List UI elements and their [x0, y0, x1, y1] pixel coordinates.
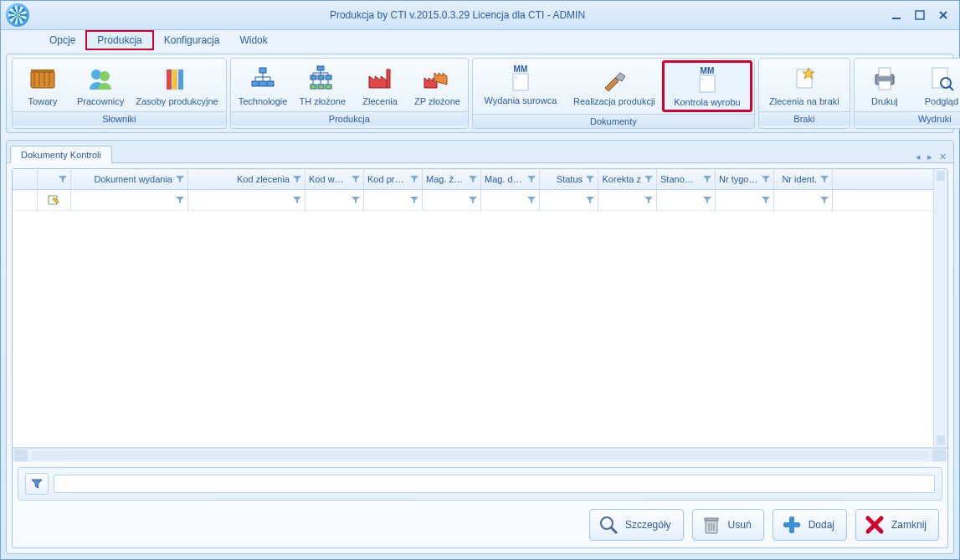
- svg-rect-32: [879, 68, 891, 76]
- filter-cell[interactable]: [657, 190, 716, 210]
- edit-row-icon[interactable]: [48, 194, 61, 206]
- filter-icon[interactable]: [293, 196, 301, 204]
- plus-icon: [782, 515, 802, 535]
- filter-icon[interactable]: [352, 175, 360, 183]
- data-grid[interactable]: Dokument wydaniaKod zleceniaKod wyro…Kod…: [13, 169, 933, 447]
- ribbon-technologie[interactable]: Technologie: [233, 60, 294, 110]
- grid-wrap: Dokument wydaniaKod zleceniaKod wyro…Kod…: [13, 169, 947, 448]
- svg-rect-16: [252, 81, 259, 86]
- filter-icon[interactable]: [352, 196, 360, 204]
- column-header[interactable]: Kod prac…: [364, 169, 423, 189]
- column-header[interactable]: Kod wyro…: [305, 169, 364, 189]
- column-label: Korekta z: [602, 174, 641, 184]
- column-header[interactable]: Korekta z: [598, 169, 657, 189]
- filter-icon[interactable]: [469, 196, 477, 204]
- filter-cell[interactable]: [423, 190, 481, 210]
- filter-icon[interactable]: [586, 196, 594, 204]
- vertical-scrollbar[interactable]: [933, 169, 947, 447]
- filter-icon[interactable]: [703, 175, 711, 183]
- menu-opcje[interactable]: Opcje: [39, 30, 85, 50]
- horizontal-scrollbar[interactable]: [13, 448, 947, 462]
- scroll-right-icon[interactable]: [932, 450, 946, 461]
- scroll-left-icon[interactable]: [14, 450, 28, 461]
- filter-cell[interactable]: [481, 190, 540, 210]
- column-header[interactable]: [13, 169, 38, 189]
- column-header[interactable]: [38, 169, 71, 189]
- ribbon-podglad[interactable]: Podgląd: [913, 60, 960, 110]
- ribbon-group-title: Produkcja: [231, 111, 468, 126]
- filter-icon[interactable]: [527, 196, 536, 204]
- filter-cell[interactable]: [540, 190, 598, 210]
- menu-konfiguracja[interactable]: Konfiguracja: [154, 30, 230, 50]
- filter-icon[interactable]: [176, 196, 184, 204]
- filter-input[interactable]: [54, 475, 935, 493]
- tab-close-icon[interactable]: ✕: [939, 152, 947, 162]
- filter-cell[interactable]: [305, 190, 364, 210]
- close-panel-button[interactable]: Zamknij: [855, 509, 939, 541]
- svg-rect-23: [311, 85, 316, 89]
- filter-icon[interactable]: [644, 175, 653, 183]
- filter-icon[interactable]: [410, 196, 418, 204]
- column-header[interactable]: Kod zlecenia: [188, 169, 305, 189]
- tab-next-icon[interactable]: ▸: [927, 152, 932, 162]
- filter-cell[interactable]: [188, 190, 305, 210]
- filter-icon[interactable]: [586, 175, 594, 183]
- ribbon-pracownicy[interactable]: Pracownicy: [71, 60, 130, 110]
- add-button[interactable]: Dodaj: [773, 509, 847, 541]
- filter-icon[interactable]: [59, 175, 67, 183]
- maximize-button[interactable]: [912, 9, 927, 21]
- ribbon-wydania-surowca[interactable]: MM Wydania surowca: [475, 60, 567, 112]
- filter-icon[interactable]: [644, 196, 653, 204]
- tab-prev-icon[interactable]: ◂: [916, 152, 921, 162]
- filter-icon[interactable]: [293, 175, 301, 183]
- filter-cell[interactable]: [716, 190, 774, 210]
- svg-rect-51: [783, 522, 800, 527]
- filter-button[interactable]: [25, 473, 49, 495]
- filter-icon[interactable]: [527, 175, 536, 183]
- menu-widok[interactable]: Widok: [229, 30, 277, 50]
- ribbon-th-zlozone[interactable]: TH złożone: [293, 60, 352, 110]
- ribbon-towary[interactable]: Towary: [14, 60, 71, 110]
- ribbon-realizacja-produkcji[interactable]: Realizacja produkcji: [567, 60, 662, 112]
- details-button[interactable]: Szczegóły: [589, 509, 684, 541]
- column-header[interactable]: Mag. doc…: [481, 169, 540, 189]
- filter-cell[interactable]: [364, 190, 423, 210]
- filter-icon[interactable]: [469, 175, 477, 183]
- ribbon-zasoby[interactable]: Zasoby produkcyjne: [130, 60, 223, 110]
- filter-icon[interactable]: [176, 175, 184, 183]
- filter-icon[interactable]: [762, 196, 770, 204]
- filter-cell[interactable]: [38, 190, 71, 210]
- close-button[interactable]: [936, 9, 951, 21]
- filter-cell[interactable]: [13, 190, 38, 210]
- filter-icon[interactable]: [703, 196, 711, 204]
- column-header[interactable]: Dokument wydania: [71, 169, 188, 189]
- filter-cell[interactable]: [71, 190, 188, 210]
- column-header[interactable]: Nr ident.: [774, 169, 833, 189]
- scroll-track[interactable]: [31, 451, 929, 460]
- svg-rect-46: [705, 518, 718, 521]
- column-header[interactable]: Status: [540, 169, 598, 189]
- ribbon-zp-zlozone[interactable]: ZP złożone: [408, 60, 466, 110]
- filter-icon[interactable]: [410, 175, 418, 183]
- ribbon-zlecenia[interactable]: Zlecenia: [352, 60, 408, 110]
- filter-cell[interactable]: [774, 190, 833, 210]
- delete-button[interactable]: Usuń: [692, 509, 764, 541]
- column-header[interactable]: Mag. źró…: [423, 169, 481, 189]
- svg-rect-18: [267, 81, 274, 86]
- filter-icon[interactable]: [762, 175, 770, 183]
- crate-icon: [28, 64, 57, 93]
- minimize-button[interactable]: [889, 9, 904, 21]
- factory-icon: [366, 64, 394, 93]
- filter-icon[interactable]: [820, 196, 829, 204]
- tab-strip-tools: ◂ ▸ ✕: [916, 152, 953, 162]
- column-header[interactable]: Nr tygod…: [716, 169, 774, 189]
- ribbon-group-braki: Zlecenia na braki Braki: [758, 58, 850, 129]
- column-header[interactable]: Stanowis…: [657, 169, 716, 189]
- ribbon-kontrola-wyrobu[interactable]: MM Kontrola wyrobu: [662, 60, 752, 112]
- filter-cell[interactable]: [598, 190, 657, 210]
- menu-produkcja[interactable]: Produkcja: [85, 30, 153, 50]
- filter-icon[interactable]: [820, 175, 829, 183]
- ribbon-drukuj[interactable]: Drukuj: [856, 60, 913, 110]
- ribbon-zlecenia-na-braki[interactable]: Zlecenia na braki: [761, 60, 848, 110]
- tab-dokumenty-kontroli[interactable]: Dokumenty Kontroli: [10, 146, 112, 163]
